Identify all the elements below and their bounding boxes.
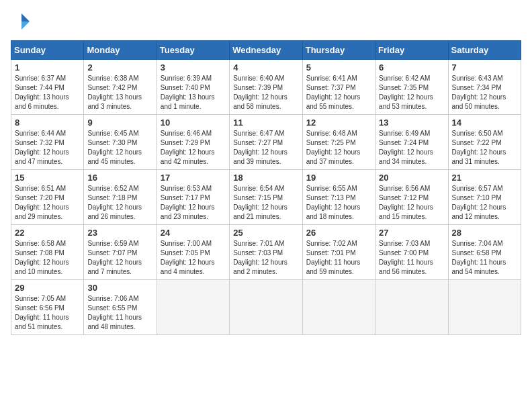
calendar-week-row: 8Sunrise: 6:44 AMSunset: 7:32 PMDaylight… xyxy=(11,115,521,170)
calendar-day-cell: 18Sunrise: 6:54 AMSunset: 7:15 PMDayligh… xyxy=(230,170,302,225)
svg-marker-1 xyxy=(21,21,30,30)
day-info: Sunrise: 6:43 AMSunset: 7:34 PMDaylight:… xyxy=(452,74,517,111)
calendar-day-cell: 6Sunrise: 6:42 AMSunset: 7:35 PMDaylight… xyxy=(375,60,448,115)
calendar-week-row: 15Sunrise: 6:51 AMSunset: 7:20 PMDayligh… xyxy=(11,170,521,225)
day-number: 2 xyxy=(87,62,152,73)
day-number: 24 xyxy=(161,228,226,238)
day-info: Sunrise: 7:03 AMSunset: 7:00 PMDaylight:… xyxy=(379,239,444,277)
day-number: 20 xyxy=(379,173,444,183)
day-number: 14 xyxy=(452,118,517,128)
calendar-week-row: 29Sunrise: 7:05 AMSunset: 6:56 PMDayligh… xyxy=(11,280,521,335)
calendar-day-cell xyxy=(230,280,302,335)
calendar-day-cell: 13Sunrise: 6:49 AMSunset: 7:24 PMDayligh… xyxy=(375,115,448,170)
day-info: Sunrise: 6:57 AMSunset: 7:10 PMDaylight:… xyxy=(452,184,517,222)
calendar-header-row: SundayMondayTuesdayWednesdayThursdayFrid… xyxy=(11,41,521,60)
calendar-day-cell: 29Sunrise: 7:05 AMSunset: 6:56 PMDayligh… xyxy=(11,280,84,335)
day-number: 13 xyxy=(379,118,444,128)
day-number: 27 xyxy=(379,228,444,238)
calendar-day-cell: 23Sunrise: 6:59 AMSunset: 7:07 PMDayligh… xyxy=(84,225,157,280)
day-info: Sunrise: 6:39 AMSunset: 7:40 PMDaylight:… xyxy=(161,74,226,111)
calendar-week-row: 22Sunrise: 6:58 AMSunset: 7:08 PMDayligh… xyxy=(11,225,521,280)
weekday-header-friday: Friday xyxy=(375,41,448,60)
day-number: 26 xyxy=(306,228,371,238)
day-number: 8 xyxy=(15,118,80,128)
calendar-day-cell: 26Sunrise: 7:02 AMSunset: 7:01 PMDayligh… xyxy=(302,225,375,280)
day-info: Sunrise: 6:48 AMSunset: 7:25 PMDaylight:… xyxy=(306,129,371,167)
day-info: Sunrise: 6:54 AMSunset: 7:15 PMDaylight:… xyxy=(233,184,298,222)
page-header xyxy=(11,11,521,32)
weekday-header-tuesday: Tuesday xyxy=(157,41,229,60)
day-number: 11 xyxy=(233,118,298,128)
day-number: 17 xyxy=(161,173,226,183)
calendar-day-cell: 25Sunrise: 7:01 AMSunset: 7:03 PMDayligh… xyxy=(230,225,302,280)
calendar-day-cell: 5Sunrise: 6:41 AMSunset: 7:37 PMDaylight… xyxy=(302,60,375,115)
day-info: Sunrise: 6:45 AMSunset: 7:30 PMDaylight:… xyxy=(87,129,152,167)
calendar-day-cell: 17Sunrise: 6:53 AMSunset: 7:17 PMDayligh… xyxy=(157,170,229,225)
day-info: Sunrise: 6:40 AMSunset: 7:39 PMDaylight:… xyxy=(233,74,298,111)
calendar-day-cell: 8Sunrise: 6:44 AMSunset: 7:32 PMDaylight… xyxy=(11,115,84,170)
day-info: Sunrise: 7:06 AMSunset: 6:55 PMDaylight:… xyxy=(87,294,152,332)
day-number: 7 xyxy=(452,62,517,73)
day-info: Sunrise: 6:38 AMSunset: 7:42 PMDaylight:… xyxy=(87,74,152,111)
day-number: 22 xyxy=(15,228,80,238)
weekday-header-wednesday: Wednesday xyxy=(230,41,302,60)
logo xyxy=(11,11,35,32)
calendar-day-cell: 16Sunrise: 6:52 AMSunset: 7:18 PMDayligh… xyxy=(84,170,157,225)
day-info: Sunrise: 7:01 AMSunset: 7:03 PMDaylight:… xyxy=(233,239,298,277)
day-info: Sunrise: 6:58 AMSunset: 7:08 PMDaylight:… xyxy=(15,239,80,277)
day-info: Sunrise: 7:04 AMSunset: 6:58 PMDaylight:… xyxy=(452,239,517,277)
day-number: 1 xyxy=(15,62,80,73)
calendar-day-cell: 24Sunrise: 7:00 AMSunset: 7:05 PMDayligh… xyxy=(157,225,229,280)
weekday-header-saturday: Saturday xyxy=(448,41,521,60)
day-number: 12 xyxy=(306,118,371,128)
calendar-day-cell: 12Sunrise: 6:48 AMSunset: 7:25 PMDayligh… xyxy=(302,115,375,170)
day-info: Sunrise: 6:46 AMSunset: 7:29 PMDaylight:… xyxy=(161,129,226,167)
calendar-day-cell: 10Sunrise: 6:46 AMSunset: 7:29 PMDayligh… xyxy=(157,115,229,170)
calendar-day-cell: 28Sunrise: 7:04 AMSunset: 6:58 PMDayligh… xyxy=(448,225,521,280)
day-number: 4 xyxy=(233,62,298,73)
calendar-day-cell: 14Sunrise: 6:50 AMSunset: 7:22 PMDayligh… xyxy=(448,115,521,170)
day-info: Sunrise: 6:55 AMSunset: 7:13 PMDaylight:… xyxy=(306,184,371,222)
day-number: 15 xyxy=(15,173,80,183)
calendar-day-cell: 11Sunrise: 6:47 AMSunset: 7:27 PMDayligh… xyxy=(230,115,302,170)
day-number: 6 xyxy=(379,62,444,73)
calendar-day-cell: 3Sunrise: 6:39 AMSunset: 7:40 PMDaylight… xyxy=(157,60,229,115)
calendar-table: SundayMondayTuesdayWednesdayThursdayFrid… xyxy=(11,40,521,335)
calendar-day-cell: 30Sunrise: 7:06 AMSunset: 6:55 PMDayligh… xyxy=(84,280,157,335)
day-number: 23 xyxy=(87,228,152,238)
day-info: Sunrise: 6:50 AMSunset: 7:22 PMDaylight:… xyxy=(452,129,517,167)
day-info: Sunrise: 6:37 AMSunset: 7:44 PMDaylight:… xyxy=(15,74,80,111)
day-number: 30 xyxy=(87,283,152,293)
day-number: 16 xyxy=(87,173,152,183)
day-info: Sunrise: 6:47 AMSunset: 7:27 PMDaylight:… xyxy=(233,129,298,167)
calendar-day-cell: 20Sunrise: 6:56 AMSunset: 7:12 PMDayligh… xyxy=(375,170,448,225)
day-number: 19 xyxy=(306,173,371,183)
weekday-header-monday: Monday xyxy=(84,41,157,60)
day-number: 3 xyxy=(161,62,226,73)
day-info: Sunrise: 6:49 AMSunset: 7:24 PMDaylight:… xyxy=(379,129,444,167)
day-number: 18 xyxy=(233,173,298,183)
day-info: Sunrise: 6:56 AMSunset: 7:12 PMDaylight:… xyxy=(379,184,444,222)
day-info: Sunrise: 6:52 AMSunset: 7:18 PMDaylight:… xyxy=(87,184,152,222)
day-info: Sunrise: 7:00 AMSunset: 7:05 PMDaylight:… xyxy=(161,239,226,277)
calendar-day-cell: 21Sunrise: 6:57 AMSunset: 7:10 PMDayligh… xyxy=(448,170,521,225)
logo-icon xyxy=(11,11,32,32)
weekday-header-sunday: Sunday xyxy=(11,41,84,60)
calendar-week-row: 1Sunrise: 6:37 AMSunset: 7:44 PMDaylight… xyxy=(11,60,521,115)
calendar-day-cell xyxy=(302,280,375,335)
day-info: Sunrise: 6:51 AMSunset: 7:20 PMDaylight:… xyxy=(15,184,80,222)
day-info: Sunrise: 6:44 AMSunset: 7:32 PMDaylight:… xyxy=(15,129,80,167)
calendar-day-cell: 2Sunrise: 6:38 AMSunset: 7:42 PMDaylight… xyxy=(84,60,157,115)
day-number: 25 xyxy=(233,228,298,238)
day-number: 29 xyxy=(15,283,80,293)
day-info: Sunrise: 6:59 AMSunset: 7:07 PMDaylight:… xyxy=(87,239,152,277)
calendar-day-cell: 19Sunrise: 6:55 AMSunset: 7:13 PMDayligh… xyxy=(302,170,375,225)
calendar-day-cell xyxy=(157,280,229,335)
calendar-day-cell: 27Sunrise: 7:03 AMSunset: 7:00 PMDayligh… xyxy=(375,225,448,280)
svg-marker-0 xyxy=(21,13,30,21)
day-info: Sunrise: 6:53 AMSunset: 7:17 PMDaylight:… xyxy=(161,184,226,222)
calendar-day-cell: 22Sunrise: 6:58 AMSunset: 7:08 PMDayligh… xyxy=(11,225,84,280)
weekday-header-thursday: Thursday xyxy=(302,41,375,60)
calendar-day-cell xyxy=(375,280,448,335)
day-info: Sunrise: 7:05 AMSunset: 6:56 PMDaylight:… xyxy=(15,294,80,332)
